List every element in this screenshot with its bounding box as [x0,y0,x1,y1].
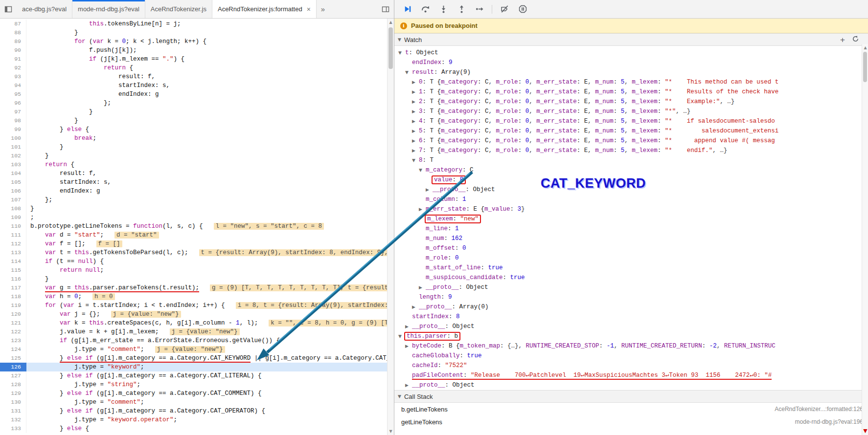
sidebar-scrollbar[interactable]: ▲ ▼ [862,44,868,435]
line-number[interactable]: 89 [0,37,26,46]
code-line[interactable]: 128 j.type = "string"; [0,380,387,389]
scrollbar-thumb[interactable] [388,27,393,69]
code-text[interactable]: if (j[k].m_lexem == ".") { [26,55,387,64]
code-text[interactable]: ; [26,213,387,222]
code-line[interactable]: 132 j.type = "keyword.operator"; [0,415,387,424]
code-line[interactable]: 97 } [0,108,387,116]
code-text[interactable]: }; [26,99,387,108]
deactivate-breakpoints-button[interactable] [499,3,510,15]
code-line[interactable]: 118 var h = 0;h = 0 [0,292,387,301]
line-number[interactable]: 118 [0,292,26,301]
resume-button[interactable] [401,3,413,15]
code-line[interactable]: 103 return { [0,160,387,169]
line-number[interactable]: 130 [0,398,26,407]
dock-panel-icon[interactable] [0,0,17,18]
code-text[interactable]: } [26,275,387,283]
code-line[interactable]: 129 } else if (g[i].m_category == a.Cate… [0,389,387,398]
line-number[interactable]: 115 [0,266,26,275]
expand-open-icon[interactable]: ▼ [412,155,419,165]
watch-row[interactable]: ▶0: T {m_category: C, m_role: 0, m_err_s… [394,77,860,87]
watch-row[interactable]: ▶__proto__: Object [394,380,860,390]
line-number[interactable]: 104 [0,169,26,178]
code-text[interactable]: result: f, [26,169,387,178]
watch-row[interactable]: ▼8: T [394,155,860,165]
refresh-watch-icon[interactable] [852,35,859,44]
code-line[interactable]: 93 result: f, [0,72,387,81]
watch-row[interactable]: m_line: 1 [394,224,860,234]
line-number[interactable]: 113 [0,248,26,257]
tab-overflow-chevron[interactable]: » [317,0,329,18]
code-line[interactable]: 92 return { [0,64,387,72]
editor-tab[interactable]: mode-rnd-dbg.js?eval [72,0,145,18]
watch-row[interactable]: ▶6: T {m_category: C, m_role: 0, m_err_s… [394,136,860,146]
code-line[interactable]: 94 startIndex: s, [0,81,387,90]
code-line[interactable]: 89 for (var k = 0; k < j.length; k++) { [0,37,387,46]
expand-closed-icon[interactable]: ▶ [412,146,419,155]
line-number[interactable]: 108 [0,204,26,213]
line-number[interactable]: 125 [0,354,26,363]
chevron-down-icon[interactable]: ▼ [398,37,401,42]
line-number[interactable]: 126 [0,363,26,371]
code-text[interactable]: break; [26,134,387,143]
watch-row[interactable]: ▶3: T {m_category: C, m_role: 0, m_err_s… [394,107,860,116]
line-number[interactable]: 124 [0,345,26,354]
watch-row[interactable]: ▼m_category: C [394,165,860,175]
code-text[interactable]: startIndex: s, [26,81,387,90]
expand-closed-icon[interactable]: ▶ [412,302,419,312]
scroll-down-icon[interactable]: ▼ [862,428,868,434]
line-number[interactable]: 116 [0,275,26,283]
scroll-down-icon[interactable]: ▼ [388,429,394,434]
expand-closed-icon[interactable]: ▶ [412,136,419,146]
code-text[interactable]: endIndex: g [26,187,387,196]
line-number[interactable]: 90 [0,46,26,55]
watch-row[interactable]: ▼this.parser: b [394,331,860,341]
editor-tab[interactable]: ace-dbg.js?eval [17,0,72,18]
code-line[interactable]: 125 } else if (g[i].m_category == a.Cate… [0,354,387,363]
code-area[interactable]: 87 this.tokensByLine[n] = j;88 }89 for (… [0,19,387,435]
watch-row[interactable]: m_start_of_line: true [394,263,860,273]
code-line[interactable]: 115 return null; [0,266,387,275]
code-line[interactable]: 111 var d = "start";d = "start" [0,231,387,239]
code-text[interactable]: var g = this.parser.parseTokens(t.result… [26,283,387,292]
code-text[interactable]: } [26,143,387,152]
code-line[interactable]: 127 } else if (g[i].m_category == a.Cate… [0,371,387,380]
watch-row[interactable]: ▶1: T {m_category: C, m_role: 0, m_err_s… [394,87,860,97]
watch-row[interactable]: ▶byteCode: B {m_token_map: {…}, RUNTIME_… [394,341,860,351]
watch-row[interactable]: ▶__proto__: Object [394,283,860,292]
code-line[interactable]: 98 } [0,116,387,125]
code-line[interactable]: 114 if (t == null) { [0,257,387,266]
code-line-current[interactable]: 126 j.type = "keyword"; [0,363,387,371]
line-number[interactable]: 109 [0,213,26,222]
line-number[interactable]: 97 [0,108,26,116]
line-number[interactable]: 131 [0,407,26,415]
line-number[interactable]: 111 [0,231,26,239]
code-text[interactable]: var d = "start";d = "start" [26,231,387,239]
watch-row[interactable]: padFileContent: "Release 700↵Patchlevel … [394,370,860,380]
frame-location-link[interactable]: mode-rnd-dbg.js?eval:196 [795,418,863,425]
editor-tab[interactable]: AceRndTokenizer.js:formatted× [212,0,317,18]
code-text[interactable]: j.type = "comment"; [26,398,387,407]
code-line[interactable]: 87 this.tokensByLine[n] = j; [0,20,387,28]
watch-row[interactable]: m_column: 1 [394,195,860,204]
line-number[interactable]: 92 [0,64,26,72]
code-line[interactable]: 113 var t = this.getTokensToBeParsed(l, … [0,248,387,257]
code-line[interactable]: 100 break; [0,134,387,143]
callstack-frame[interactable]: getLineTokensmode-rnd-dbg.js?eval:196 [394,415,868,428]
line-number[interactable]: 110 [0,222,26,231]
code-line[interactable]: 131 } else if (g[i].m_category == a.Cate… [0,407,387,415]
watch-row[interactable]: ▼t: Object [394,48,860,58]
code-text[interactable]: } [26,204,387,213]
line-number[interactable]: 103 [0,160,26,169]
code-line[interactable]: 121 var k = this.createSpaces(c, h, g[i]… [0,319,387,327]
expand-open-icon[interactable]: ▼ [419,165,426,175]
code-text[interactable]: var j = {};j = {value: "new"} [26,310,387,319]
expand-closed-icon[interactable]: ▶ [412,97,419,107]
code-text[interactable]: return { [26,64,387,72]
line-number[interactable]: 94 [0,81,26,90]
expand-closed-icon[interactable]: ▶ [405,341,412,351]
watch-row[interactable]: ▶__proto__: Object [394,185,860,195]
code-text[interactable]: } [26,28,387,37]
code-line[interactable]: 122 j.value = k + g[i].m_lexem;j = {valu… [0,327,387,336]
code-line[interactable]: 90 f.push(j[k]); [0,46,387,55]
chevron-down-icon[interactable]: ▼ [398,394,401,399]
